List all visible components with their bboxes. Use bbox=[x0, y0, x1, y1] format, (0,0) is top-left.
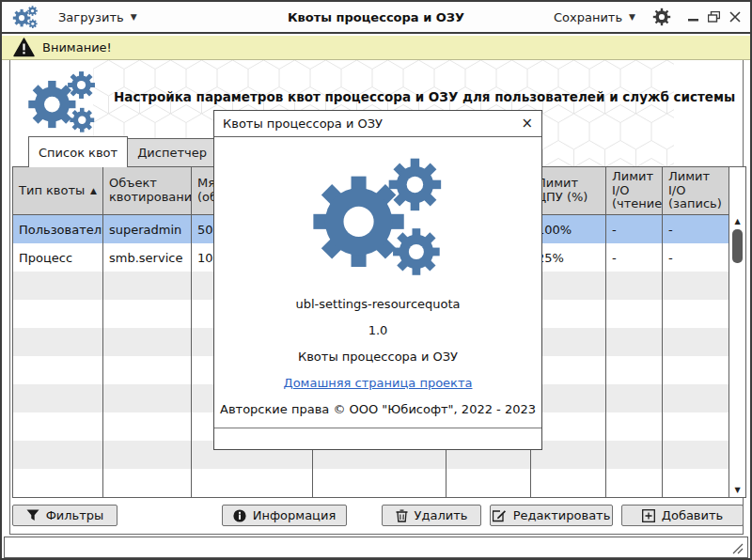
status-bar bbox=[4, 537, 748, 558]
about-dialog: Квоты процессора и ОЗУ × ubl-settings-re… bbox=[213, 110, 542, 450]
chevron-down-icon: ▼ bbox=[131, 12, 137, 22]
plus-square-icon bbox=[642, 509, 655, 522]
banner-gears-icon bbox=[24, 66, 101, 137]
about-gears-icon bbox=[306, 148, 449, 285]
warning-triangle-icon bbox=[13, 38, 35, 57]
table-row-empty bbox=[13, 469, 729, 497]
column-header-io-read[interactable]: Лимит I/O (чтение) bbox=[606, 167, 663, 214]
app-window: Загрузить ▼ Квоты процессора и ОЗУ Сохра… bbox=[0, 0, 752, 560]
warning-banner: Внимание! bbox=[2, 36, 750, 60]
app-logo-gears-icon bbox=[11, 4, 39, 30]
load-menu-label: Загрузить bbox=[58, 10, 124, 24]
titlebar: Загрузить ▼ Квоты процессора и ОЗУ Сохра… bbox=[2, 2, 750, 34]
column-header-quota-type[interactable]: Тип квоты ▲ bbox=[13, 167, 103, 214]
dialog-titlebar: Квоты процессора и ОЗУ × bbox=[214, 111, 541, 137]
edit-pencil-icon bbox=[493, 509, 507, 522]
copyright-text: Авторские права © ООО "Юбисофт", 2022 - … bbox=[220, 402, 536, 416]
dialog-body: ubl-settings-resourcequota 1.0 Квоты про… bbox=[214, 137, 541, 450]
dialog-title: Квоты процессора и ОЗУ bbox=[223, 117, 383, 131]
dialog-close-icon[interactable]: × bbox=[521, 117, 533, 131]
information-button[interactable]: Информация bbox=[222, 505, 347, 526]
filters-button[interactable]: Фильтры bbox=[12, 505, 118, 526]
save-menu-label: Сохранить bbox=[554, 10, 622, 24]
page-title: Настройка параметров квот процессора и О… bbox=[114, 89, 735, 104]
version-text: 1.0 bbox=[368, 323, 388, 337]
resize-grip[interactable] bbox=[731, 542, 744, 554]
info-icon bbox=[233, 509, 246, 522]
maximize-button[interactable] bbox=[708, 11, 720, 23]
minimize-button[interactable] bbox=[688, 11, 698, 23]
save-menu-button[interactable]: Сохранить ▼ bbox=[554, 10, 635, 24]
sort-asc-icon: ▲ bbox=[90, 186, 97, 195]
homepage-link[interactable]: Домашняя страница проекта bbox=[284, 376, 473, 390]
app-name-text: Квоты процессора и ОЗУ bbox=[298, 350, 458, 364]
load-menu-button[interactable]: Загрузить ▼ bbox=[58, 10, 137, 24]
vertical-scrollbar[interactable]: ▲ ▼ bbox=[728, 167, 745, 497]
close-button[interactable] bbox=[729, 11, 741, 23]
scroll-up-icon[interactable]: ▲ bbox=[729, 217, 745, 226]
settings-gear-icon[interactable] bbox=[652, 8, 671, 26]
app-id-text: ubl-settings-resourcequota bbox=[295, 297, 460, 311]
column-header-io-write[interactable]: Лимит I/O (запись) bbox=[663, 167, 729, 214]
warning-text: Внимание! bbox=[42, 40, 112, 54]
tab-quota-list[interactable]: Список квот bbox=[28, 136, 128, 167]
scroll-down-icon[interactable]: ▼ bbox=[729, 486, 745, 494]
chevron-down-icon: ▼ bbox=[629, 12, 635, 22]
trash-icon bbox=[396, 509, 408, 522]
add-button[interactable]: Добавить bbox=[621, 505, 744, 526]
scrollbar-thumb[interactable] bbox=[732, 229, 743, 263]
column-header-quota-object[interactable]: Объект квотирования bbox=[103, 167, 192, 214]
dialog-separator bbox=[214, 428, 541, 428]
edit-button[interactable]: Редактировать bbox=[490, 505, 613, 526]
filter-icon bbox=[26, 509, 39, 521]
column-header-cpu-limit[interactable]: Лимит ЦПУ (%) bbox=[531, 167, 606, 214]
delete-button[interactable]: Удалить bbox=[382, 505, 481, 526]
tab-dispatcher[interactable]: Диспетчер bbox=[128, 138, 217, 167]
action-bar: Фильтры Информация Удалить bbox=[10, 505, 743, 527]
